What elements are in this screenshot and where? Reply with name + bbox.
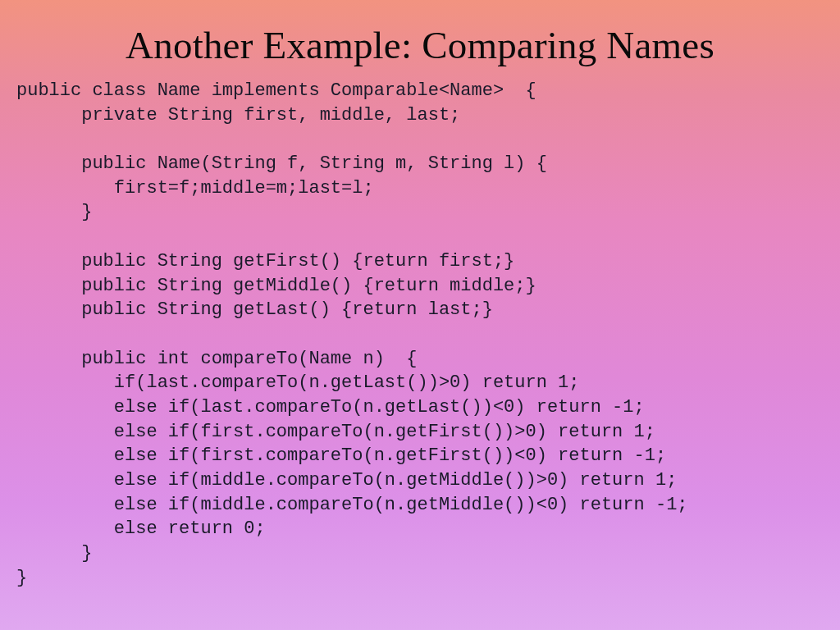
- code-block: public class Name implements Comparable<…: [16, 79, 824, 590]
- slide-title: Another Example: Comparing Names: [16, 23, 824, 67]
- slide: Another Example: Comparing Names public …: [0, 0, 840, 630]
